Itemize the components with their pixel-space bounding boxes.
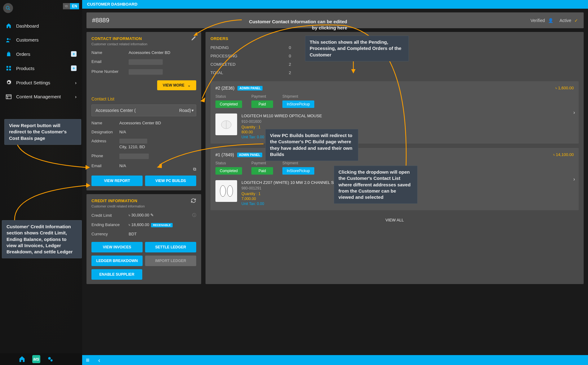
edit-credit-icon[interactable]: ✎ xyxy=(150,213,154,217)
customer-id: #8889 xyxy=(92,17,109,24)
card-title: CONTACT INFORMATION xyxy=(91,36,196,41)
field-value: N/A xyxy=(119,163,196,168)
callout-credit: Customer' Credit Information section sho… xyxy=(2,220,82,258)
chevron-down-icon: ▼ xyxy=(191,109,194,112)
card-subtitle: Customer credit related information xyxy=(91,204,196,208)
sidebar-item-dashboard[interactable]: Dashboard xyxy=(0,19,82,33)
add-icon[interactable]: + xyxy=(71,51,77,57)
chevron-right-icon: › xyxy=(75,80,77,85)
callout-report: View Report button will redirect to the … xyxy=(4,119,81,145)
dropdown-value: Accessories Center ( Road) xyxy=(95,108,191,113)
nav-label: Product Settings xyxy=(16,80,50,85)
verified-icon: 👤 xyxy=(547,18,553,23)
field-value: ৳ 18,600.00RECEIVABLE xyxy=(129,222,196,227)
sidebar-item-content-management[interactable]: Content Management › xyxy=(0,90,82,104)
ms-logo[interactable]: MS xyxy=(32,355,40,363)
sidebar-item-orders[interactable]: Orders + xyxy=(0,47,82,61)
import-ledger-button[interactable]: IMPORT LEDGER xyxy=(145,256,196,266)
svg-rect-8 xyxy=(6,95,11,99)
orders-summary-row: PROCESSING0 xyxy=(210,52,291,60)
home-icon xyxy=(6,23,12,29)
svg-line-1 xyxy=(9,9,10,10)
active-badge: Active ✓ xyxy=(559,18,578,23)
users-icon xyxy=(6,38,12,42)
copy-button[interactable]: ⧉ xyxy=(193,167,196,172)
nav-label: Dashboard xyxy=(16,23,39,29)
credit-info-card: CREDIT INFORMATION Customer credit relat… xyxy=(86,194,201,284)
svg-point-12 xyxy=(51,359,53,362)
sidebar: বাং EN Dashboard Customers Orders + Prod… xyxy=(0,0,82,365)
field-label: Name xyxy=(91,121,119,125)
settle-ledger-button[interactable]: SETTLE LEDGER xyxy=(145,242,196,252)
verified-badge: Verified 👤 xyxy=(530,18,553,23)
masked-value xyxy=(119,154,149,159)
field-value: BDT xyxy=(129,232,196,236)
sidebar-item-products[interactable]: Products + xyxy=(0,61,82,75)
order-tag: ADMIN PANEL xyxy=(237,86,263,91)
chevron-right-icon: › xyxy=(75,94,77,99)
field-label: Email xyxy=(91,163,119,168)
field-label: Designation xyxy=(91,130,119,134)
topbar: CUSTOMER DASHBOARD xyxy=(82,0,588,9)
order-price: ৳ 1,600.00 xyxy=(555,86,574,91)
product-thumb xyxy=(215,180,237,202)
svg-point-11 xyxy=(48,357,51,359)
refresh-icon xyxy=(191,198,196,203)
field-value: Accessories Center BD xyxy=(129,50,196,55)
customer-badges: Verified 👤 Active ✓ xyxy=(530,18,578,23)
refresh-button[interactable] xyxy=(191,198,196,203)
view-invoices-button[interactable]: VIEW INVOICES xyxy=(91,242,143,252)
payment-pill: Paid xyxy=(251,167,273,175)
product-qty: Quantity : 1 xyxy=(241,125,322,129)
sidebar-item-product-settings[interactable]: Product Settings › xyxy=(0,75,82,90)
sidebar-footer: MS xyxy=(0,353,82,365)
field-label: Email xyxy=(91,59,129,65)
contact-list-dropdown[interactable]: Accessories Center ( Road) ▼ xyxy=(91,105,196,116)
gear-icon xyxy=(6,80,12,85)
orders-summary-row: PENDING0 xyxy=(210,43,291,52)
lang-bn[interactable]: বাং xyxy=(63,3,70,9)
field-value: ৳ 30,000.00 ✎ xyxy=(129,213,192,218)
search-button[interactable] xyxy=(3,3,13,13)
nav-label: Products xyxy=(16,66,34,71)
status-pill: Completed xyxy=(215,100,242,108)
bag-icon xyxy=(6,51,12,57)
field-label: Ending Balance xyxy=(91,222,129,227)
settings-footer-icon[interactable] xyxy=(47,356,53,362)
callout-pcbuilds: View PC Builds button will redirect to t… xyxy=(265,129,358,161)
edit-contact-button[interactable] xyxy=(191,36,196,41)
svg-point-3 xyxy=(9,38,11,40)
order-tag: ADMIN PANEL xyxy=(237,153,262,157)
view-more-button[interactable]: VIEW MORE⌄ xyxy=(157,80,196,90)
callout-dropdown: Clicking the dropdown will open the Cust… xyxy=(334,166,418,204)
callout-orders: This section shows all the Pending, Proc… xyxy=(305,36,409,61)
ledger-breakdown-button[interactable]: LEDGER BREAKDOWN xyxy=(91,256,143,266)
grid-icon xyxy=(6,66,12,71)
topbar-title: CUSTOMER DASHBOARD xyxy=(87,2,137,7)
add-icon[interactable]: + xyxy=(71,65,77,71)
shipment-pill: InStorePickup xyxy=(282,167,314,175)
shipment-pill: InStorePickup xyxy=(282,100,314,108)
back-icon[interactable]: ‹ xyxy=(98,357,100,364)
info-icon[interactable]: ⓘ xyxy=(192,212,196,218)
language-toggle[interactable]: বাং EN xyxy=(63,3,79,9)
svg-rect-4 xyxy=(7,66,8,68)
sidebar-item-customers[interactable]: Customers xyxy=(0,33,82,47)
chevron-down-icon: ⌄ xyxy=(188,83,191,87)
card-title: CREDIT INFORMATION xyxy=(91,198,196,203)
status-pill: Completed xyxy=(215,167,242,175)
lang-en[interactable]: EN xyxy=(70,3,79,9)
view-report-button[interactable]: VIEW REPORT xyxy=(91,176,143,186)
view-all-button[interactable]: VIEW ALL xyxy=(210,218,579,222)
view-pc-builds-button[interactable]: VIEW PC BUILDS xyxy=(145,176,196,186)
receivable-tag: RECEIVABLE xyxy=(151,223,172,227)
chevron-right-icon[interactable]: › xyxy=(573,110,575,115)
chevron-right-icon[interactable]: › xyxy=(573,176,575,182)
contact-info-card: CONTACT INFORMATION Customer contact rel… xyxy=(86,32,201,190)
menu-icon[interactable]: ≡ xyxy=(86,357,90,364)
order-number: #2 (2E36) xyxy=(215,86,234,91)
enable-supplier-button[interactable]: ENABLE SUPPLIER xyxy=(91,269,142,280)
field-label: Address xyxy=(91,139,119,149)
field-label: Phone Number xyxy=(91,69,129,75)
home-footer-icon[interactable] xyxy=(19,356,25,363)
